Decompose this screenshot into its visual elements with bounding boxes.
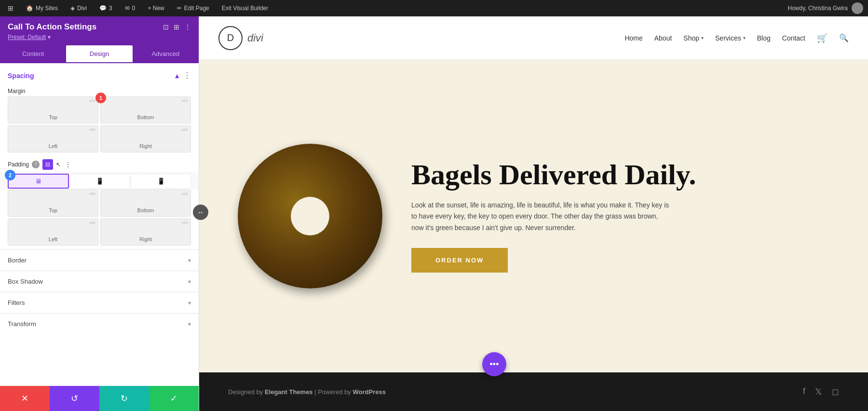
padding-bottom-field: </> Bottom [100,190,191,217]
padding-top-value[interactable] [12,193,94,201]
comments-button[interactable]: 💬 3 [96,3,115,14]
margin-fields: </> Top </> Bottom 1 </> [8,96,191,152]
margin-bottom-field: </> Bottom [100,96,191,123]
tab-advanced[interactable]: Advanced [133,45,199,63]
avatar [852,2,863,14]
logo-letter: D [227,32,234,43]
hero-section: Bagels Delivered Daily. Look at the suns… [199,60,868,372]
left-panel: Call To Action Settings ⊡ ⊞ ⋮ Preset: De… [0,16,199,411]
spacing-section-header: Spacing ▲ ⋮ [0,63,199,85]
help-icon[interactable]: ? [32,161,40,168]
panel-content: Spacing ▲ ⋮ Margin </> Top < [0,63,199,386]
cancel-icon: ✕ [21,393,28,404]
filters-accordion[interactable]: Filters ▾ [0,292,199,313]
margin-left-label: Left [12,143,94,149]
margin-right-label: Right [105,143,187,149]
hero-text: Bagels Delivered Daily. Look at the suns… [411,160,829,272]
logo-text: divi [247,32,263,44]
site-menu: Home About Shop ▾ Services ▾ Blog Contac [624,33,849,43]
exit-builder-button[interactable]: Exit Visual Builder [219,3,271,14]
padding-left-value[interactable] [12,222,94,230]
margin-right-value[interactable] [105,129,187,137]
padding-grid: </> Top </> Bottom </> Left [8,190,191,246]
cart-icon[interactable]: 🛒 [817,33,827,43]
padding-menu-icon[interactable]: ⋮ [65,161,71,168]
tab-content[interactable]: Content [0,45,66,63]
hero-headline: Bagels Delivered Daily. [411,160,829,190]
site-nav: D divi Home About Shop ▾ Services ▾ [199,16,868,60]
margin-right-field: </> Right [100,125,191,152]
my-sites-label: My Sites [36,5,58,12]
margin-left-value[interactable] [12,129,94,137]
nav-blog[interactable]: Blog [757,34,771,42]
services-dropdown-icon: ▾ [743,35,746,41]
box-shadow-accordion[interactable]: Box Shadow ▾ [0,271,199,292]
redo-icon: ↻ [121,393,128,404]
box-shadow-label: Box Shadow [8,278,43,285]
nav-about[interactable]: About [654,34,672,42]
badge-1: 1 [95,93,106,103]
shop-dropdown-icon: ▾ [701,35,704,41]
margin-bottom-value[interactable] [105,100,187,108]
footer-text: Designed by Elegant Themes | Powered by … [228,388,386,396]
pencil-icon: ✏ [177,5,182,12]
right-preview: D divi Home About Shop ▾ Services ▾ [199,16,868,411]
tab-advanced-label: Advanced [151,50,179,57]
padding-bottom-value[interactable] [105,193,187,201]
device-tablet-tab[interactable]: 📱 [70,174,130,189]
my-sites-button[interactable]: 🏠 My Sites [23,3,61,14]
confirm-button[interactable]: ✓ [149,386,199,411]
new-button[interactable]: + New [145,3,167,14]
link-icon-button[interactable]: ⊟ [42,159,53,170]
transform-chevron: ▾ [188,321,191,328]
nav-contact[interactable]: Contact [782,34,805,42]
margin-top-label: Top [12,114,94,120]
section-menu-icon[interactable]: ⋮ [183,71,191,80]
admin-bar: ⊞ 🏠 My Sites ◈ Divi 💬 3 ✉ 0 + New ✏ Edit… [0,0,868,16]
order-now-button[interactable]: ORDER NOW [411,248,508,273]
bubble-icon: 💬 [99,5,107,12]
search-icon[interactable]: 🔍 [839,33,849,42]
drag-handle[interactable]: ↔ [193,205,208,220]
resize-icon: ↔ [197,208,204,216]
padding-right-value[interactable] [105,222,187,230]
padding-bottom-label: Bottom [105,207,187,213]
divi-button[interactable]: ◈ Divi [68,3,90,14]
undo-button[interactable]: ↺ [50,386,99,411]
confirm-icon: ✓ [170,393,177,404]
more-icon[interactable]: ⋮ [184,23,191,31]
margin-top-value[interactable] [12,100,94,108]
edit-page-button[interactable]: ✏ Edit Page [174,3,212,14]
wp-icon-button[interactable]: ⊞ [5,2,16,14]
device-mobile-tab[interactable]: 📱 [131,174,191,189]
panel-preset[interactable]: Preset: Default ▾ [8,34,191,41]
redo-button[interactable]: ↻ [99,386,149,411]
nav-services-label: Services [715,34,741,42]
twitter-icon[interactable]: 𝕏 [815,386,822,397]
padding-right-label: Right [105,236,187,242]
fullscreen-icon[interactable]: ⊡ [163,23,169,31]
edit-page-label: Edit Page [184,5,209,12]
grid-icon[interactable]: ⊞ [174,23,179,31]
spacing-title: Spacing [8,72,34,80]
transform-accordion[interactable]: Transform ▾ [0,313,199,334]
dots-icon: ••• [490,359,499,370]
tab-design[interactable]: Design [66,45,132,63]
desktop-icon: 🖥 [35,178,41,185]
nav-home[interactable]: Home [624,34,642,42]
collapse-icon[interactable]: ▲ [174,72,180,80]
instagram-icon[interactable]: ◻ [832,386,839,397]
filters-chevron: ▾ [188,300,191,306]
device-desktop-tab[interactable]: 2 🖥 [8,174,69,189]
padding-fields: </> Top </> Bottom </> Left [0,190,199,249]
divi-icon: ◈ [70,5,75,12]
border-accordion[interactable]: Border ▾ [0,249,199,271]
facebook-icon[interactable]: f [803,386,805,397]
cancel-button[interactable]: ✕ [0,386,50,411]
nav-shop[interactable]: Shop ▾ [683,34,704,42]
floating-menu-button[interactable]: ••• [482,352,506,376]
messages-button[interactable]: ✉ 0 [122,3,138,14]
nav-services[interactable]: Services ▾ [715,34,746,42]
hero-subtext: Look at the sunset, life is amazing, lif… [411,200,672,233]
section-controls: ▲ ⋮ [174,71,191,80]
